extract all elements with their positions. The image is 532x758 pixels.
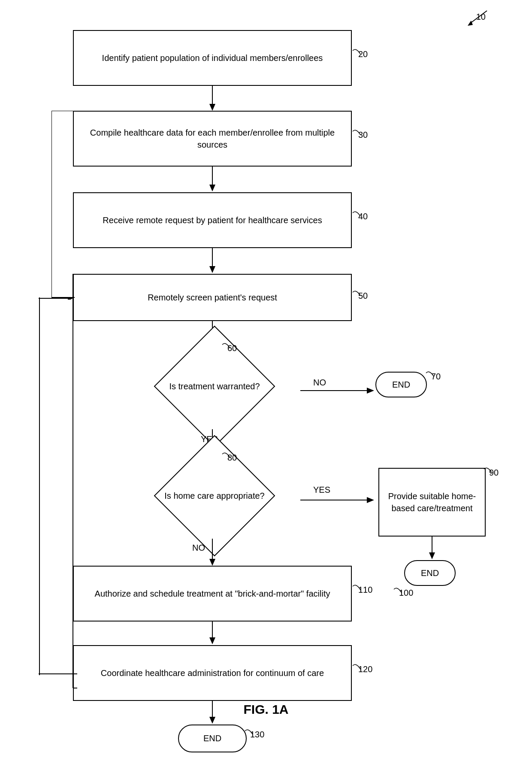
step-40-label: Receive remote request by patient for he… bbox=[103, 214, 322, 226]
ref-100-curve bbox=[393, 585, 404, 594]
loop-back-line bbox=[34, 274, 77, 699]
figure-caption: FIG. 1A bbox=[243, 702, 288, 717]
step-120-label: Coordinate healthcare administration for… bbox=[101, 667, 324, 679]
loop-step30-bracket bbox=[51, 111, 75, 300]
step-50-label: Remotely screen patient's request bbox=[148, 291, 277, 303]
diamond-80-container: Is home care appropriate? bbox=[129, 453, 300, 539]
step-20-label: Identify patient population of individua… bbox=[102, 52, 323, 64]
step-90-box: Provide suitable home-based care/treatme… bbox=[378, 468, 486, 537]
svg-marker-5 bbox=[209, 185, 215, 191]
svg-marker-3 bbox=[209, 104, 215, 111]
svg-marker-11 bbox=[367, 388, 374, 394]
arrow-30-40 bbox=[206, 167, 219, 192]
end-70-oval: END bbox=[375, 372, 427, 397]
svg-line-0 bbox=[470, 11, 487, 24]
step-20-box: Identify patient population of individua… bbox=[73, 30, 352, 86]
step-110-box: Authorize and schedule treatment at "bri… bbox=[73, 566, 352, 622]
ref-40-curve bbox=[352, 209, 363, 218]
step-40-box: Receive remote request by patient for he… bbox=[73, 192, 352, 248]
diamond-60-container: Is treatment warranted? bbox=[129, 343, 300, 429]
arrow-110-120 bbox=[206, 622, 219, 645]
end-130-label: END bbox=[203, 734, 221, 743]
arrow-20-30 bbox=[206, 86, 219, 112]
svg-marker-19 bbox=[209, 559, 215, 566]
svg-marker-21 bbox=[209, 637, 215, 644]
arrow-90-100 bbox=[426, 537, 438, 560]
ref-50-curve bbox=[352, 288, 363, 297]
arrow-120-130 bbox=[206, 701, 219, 725]
ref-80-curve bbox=[221, 450, 232, 459]
flowchart-diagram: 10 Identify patient population of indivi… bbox=[0, 0, 532, 730]
ref-10-arrow bbox=[463, 9, 489, 30]
ref-20-curve bbox=[352, 46, 363, 56]
end-130-oval: END bbox=[178, 725, 247, 752]
svg-marker-7 bbox=[209, 266, 215, 273]
svg-marker-17 bbox=[429, 552, 435, 559]
step-110-label: Authorize and schedule treatment at "bri… bbox=[95, 588, 330, 600]
step-120-box: Coordinate healthcare administration for… bbox=[73, 645, 352, 701]
ref-70-curve bbox=[425, 369, 436, 378]
end-100-oval: END bbox=[404, 560, 456, 586]
loop-left-v bbox=[39, 297, 41, 675]
arrow-40-50 bbox=[206, 248, 219, 274]
ref-90-curve bbox=[483, 465, 494, 474]
ref-120-curve bbox=[352, 661, 363, 671]
svg-marker-23 bbox=[209, 717, 215, 724]
diamond-60-text: Is treatment warranted? bbox=[169, 380, 260, 392]
svg-marker-15 bbox=[367, 497, 374, 503]
ref-30-curve bbox=[352, 127, 363, 136]
diamond-80-text: Is home care appropriate? bbox=[164, 490, 264, 502]
step-90-label: Provide suitable home-based care/treatme… bbox=[386, 490, 478, 514]
no-label-2: NO bbox=[192, 543, 205, 553]
loop-bottom-h bbox=[39, 673, 77, 675]
step-30-label: Compile healthcare data for each member/… bbox=[80, 127, 345, 151]
end-70-label: END bbox=[392, 380, 410, 390]
step-30-box: Compile healthcare data for each member/… bbox=[73, 111, 352, 167]
svg-marker-1 bbox=[468, 21, 473, 26]
ref-110-curve bbox=[352, 582, 363, 591]
ref-60-curve bbox=[221, 340, 232, 350]
arrow-80-no-110 bbox=[206, 539, 219, 567]
arrow-60-no-70 bbox=[300, 384, 378, 397]
step-50-box: Remotely screen patient's request bbox=[73, 274, 352, 321]
arrow-80-yes-90 bbox=[300, 494, 378, 506]
end-100-label: END bbox=[421, 568, 439, 578]
ref-130-curve bbox=[244, 727, 255, 736]
